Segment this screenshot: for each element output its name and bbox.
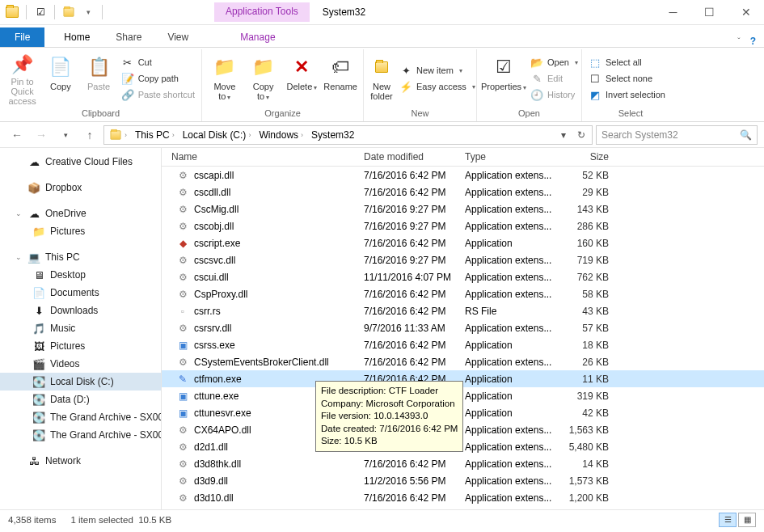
properties-button[interactable]: ☑Properties▾ — [482, 51, 526, 106]
close-button[interactable]: ✕ — [728, 1, 764, 24]
help-icon[interactable]: ? — [750, 36, 756, 47]
manage-tab[interactable]: Manage — [227, 27, 288, 47]
sidebar-item[interactable]: 🖼Pictures — [0, 337, 161, 355]
maximize-button[interactable]: ☐ — [691, 1, 728, 24]
up-button[interactable]: ↑ — [79, 125, 100, 146]
select-all-button[interactable]: ⬚Select all — [587, 55, 667, 70]
cut-button[interactable]: ✂Cut — [120, 55, 196, 70]
copy-button[interactable]: 📄 Copy — [43, 51, 78, 106]
expand-icon[interactable]: ⌄ — [15, 253, 23, 261]
file-row[interactable]: ⚙CscMig.dll7/16/2016 9:27 PMApplication … — [162, 201, 764, 217]
file-row[interactable]: ▫csrr.rs7/16/2016 6:42 PMRS File43 KB — [162, 302, 764, 319]
view-tab[interactable]: View — [154, 27, 201, 47]
address-folder-icon[interactable]: › — [106, 128, 130, 142]
paste-button[interactable]: 📋 Paste — [81, 51, 116, 106]
sidebar-label: Dropbox — [45, 182, 82, 193]
file-row[interactable]: ◆cscript.exe7/16/2016 6:42 PMApplication… — [162, 234, 764, 251]
file-type: Application extens... — [465, 492, 560, 504]
recent-locations-button[interactable]: ▾ — [55, 125, 76, 146]
file-row[interactable]: ⚙d3d8thk.dll7/16/2016 6:42 PMApplication… — [162, 455, 764, 472]
forward-button[interactable]: → — [31, 125, 52, 146]
move-to-button[interactable]: 📁Move to▾ — [207, 51, 243, 106]
sidebar-item[interactable]: 📁Pictures — [0, 222, 161, 240]
sidebar-item[interactable]: ⌄☁OneDrive — [0, 205, 161, 222]
file-row[interactable]: ⚙CspProxy.dll7/16/2016 6:42 PMApplicatio… — [162, 285, 764, 302]
breadcrumb-item[interactable]: Local Disk (C:)› — [179, 128, 255, 142]
file-row[interactable]: ▣csrss.exe7/16/2016 6:42 PMApplication18… — [162, 336, 764, 353]
easy-access-button[interactable]: ⚡Easy access▾ — [398, 79, 477, 94]
breadcrumb-item[interactable]: Windows› — [255, 128, 306, 142]
file-icon: ⚙ — [176, 220, 189, 233]
search-placeholder: Search System32 — [601, 129, 678, 141]
file-row[interactable]: ⚙cscapi.dll7/16/2016 6:42 PMApplication … — [162, 167, 764, 184]
file-row[interactable]: ⚙cscdll.dll7/16/2016 6:42 PMApplication … — [162, 184, 764, 201]
breadcrumb-item[interactable]: System32 — [308, 128, 357, 142]
delete-button[interactable]: ✕Delete▾ — [285, 51, 320, 106]
new-item-button[interactable]: ✦New item▾ — [398, 63, 477, 78]
file-row[interactable]: ⚙CSystemEventsBrokerClient.dll7/16/2016 … — [162, 353, 764, 370]
search-input[interactable]: Search System32 🔍 — [596, 125, 758, 145]
file-row[interactable]: ⚙d3d9.dll11/2/2016 5:56 PMApplication ex… — [162, 472, 764, 489]
sidebar-item[interactable]: 💽The Grand Archive - SX00G (G:) — [0, 426, 161, 444]
file-type: Application — [465, 238, 560, 249]
sidebar-item[interactable]: 💽Data (D:) — [0, 391, 161, 408]
file-name: cscobj.dll — [194, 221, 234, 232]
rename-button[interactable]: 🏷Rename — [323, 51, 358, 106]
share-tab[interactable]: Share — [103, 27, 154, 47]
copy-path-button[interactable]: 📝Copy path — [120, 71, 196, 86]
file-row[interactable]: ⚙cscui.dll11/11/2016 4:07 PMApplication … — [162, 268, 764, 285]
qat-new-folder-icon[interactable] — [60, 3, 78, 21]
copy-to-button[interactable]: 📁Copy to▾ — [246, 51, 281, 106]
sidebar-item[interactable]: ☁Creative Cloud Files — [0, 153, 161, 171]
select-none-button[interactable]: ☐Select none — [587, 71, 667, 86]
sidebar-item[interactable]: 💽Local Disk (C:) — [0, 373, 161, 391]
column-name[interactable]: Name — [162, 151, 364, 163]
qat-properties-icon[interactable]: ☑ — [32, 3, 49, 21]
sidebar-item[interactable]: 🖥Desktop — [0, 266, 161, 284]
file-rows[interactable]: ⚙cscapi.dll7/16/2016 6:42 PMApplication … — [162, 167, 764, 509]
paste-shortcut-button[interactable]: 🔗Paste shortcut — [120, 87, 196, 102]
sidebar-item[interactable]: 🎬Videos — [0, 355, 161, 373]
file-size: 42 KB — [560, 407, 633, 419]
file-tab[interactable]: File — [0, 27, 44, 47]
clipboard-group-label: Clipboard — [5, 108, 196, 120]
invert-selection-button[interactable]: ◩Invert selection — [587, 87, 667, 102]
file-row[interactable]: ⚙cscsvc.dll7/16/2016 9:27 PMApplication … — [162, 251, 764, 268]
minimize-ribbon-icon[interactable]: ˇ — [737, 37, 740, 46]
history-button[interactable]: 🕘History — [529, 87, 580, 102]
address-dropdown-button[interactable]: ▾ — [555, 126, 572, 144]
qat-dropdown-icon[interactable]: ▾ — [79, 3, 97, 21]
file-date: 7/16/2016 6:42 PM — [364, 289, 465, 300]
column-type[interactable]: Type — [465, 151, 560, 163]
sidebar-item[interactable]: ⬇Downloads — [0, 302, 161, 319]
home-tab[interactable]: Home — [51, 27, 103, 47]
open-button[interactable]: 📂Open▾ — [529, 55, 580, 70]
details-view-button[interactable]: ☰ — [719, 513, 737, 527]
refresh-button[interactable]: ↻ — [572, 126, 590, 144]
breadcrumb-item[interactable]: This PC› — [132, 128, 178, 142]
sidebar-icon: 💽 — [32, 375, 45, 388]
sidebar-item[interactable]: ⌄💻This PC — [0, 248, 161, 266]
column-size[interactable]: Size — [560, 151, 633, 163]
column-date[interactable]: Date modified — [364, 151, 465, 163]
new-folder-button[interactable]: New folder — [369, 51, 395, 106]
sidebar-item[interactable]: 📄Documents — [0, 284, 161, 302]
sidebar-label: Pictures — [50, 226, 85, 237]
file-row[interactable]: ⚙d3d10.dll7/16/2016 6:42 PMApplication e… — [162, 489, 764, 506]
address-bar[interactable]: › This PC› Local Disk (C:)› Windows› Sys… — [103, 125, 593, 145]
open-icon: 📂 — [530, 56, 543, 69]
file-row[interactable]: ⚙cscobj.dll7/16/2016 9:27 PMApplication … — [162, 217, 764, 234]
back-button[interactable]: ← — [6, 125, 27, 146]
pin-to-quick-access-button[interactable]: 📌 Pin to Quick access — [5, 51, 40, 106]
expand-icon[interactable]: ⌄ — [15, 209, 23, 217]
sidebar-item[interactable]: 🖧Network — [0, 452, 161, 470]
large-icons-view-button[interactable]: ▦ — [738, 513, 756, 527]
file-type: RS File — [465, 306, 560, 317]
sidebar-item[interactable]: 🎵Music — [0, 319, 161, 337]
file-icon: ⚙ — [176, 356, 189, 369]
minimize-button[interactable]: ─ — [655, 1, 691, 24]
edit-button[interactable]: ✎Edit — [529, 71, 580, 86]
sidebar-item[interactable]: 💽The Grand Archive - SX00G (G:) — [0, 408, 161, 426]
file-row[interactable]: ⚙csrsrv.dll9/7/2016 11:33 AMApplication … — [162, 319, 764, 336]
sidebar-item[interactable]: 📦Dropbox — [0, 179, 161, 196]
